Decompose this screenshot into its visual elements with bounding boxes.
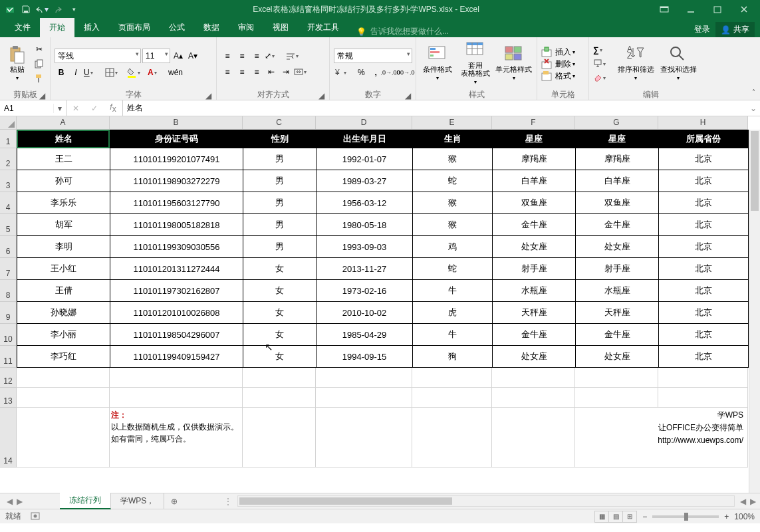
cell[interactable]: 处女座 [576,346,659,368]
cell[interactable]: 性别 [243,130,317,148]
hscroll-left-icon[interactable]: ◀ [740,497,746,506]
cell[interactable] [17,388,110,408]
expand-formula-icon[interactable]: ⌄ [747,100,760,116]
align-center-icon[interactable]: ≡ [235,65,249,78]
row-header[interactable]: 7 [0,258,17,280]
cell[interactable]: 北京 [659,236,749,258]
cancel-formula-icon[interactable]: ✕ [66,104,85,113]
cell[interactable]: 身份证号码 [110,130,243,148]
cell[interactable]: 双鱼座 [576,192,659,214]
cell[interactable]: 110101198005182818 [110,214,243,236]
cell[interactable]: 女 [243,346,317,368]
cell[interactable]: 110101201311272444 [110,258,243,280]
cell[interactable]: 1980-05-18 [317,214,413,236]
cell[interactable]: 双鱼座 [493,192,576,214]
cell[interactable]: 星座 [576,130,659,148]
vertical-scrollbar[interactable] [749,130,760,493]
font-color-button[interactable]: A [148,66,168,79]
font-launcher-icon[interactable]: ◢ [204,92,212,100]
minimize-icon[interactable] [678,0,704,19]
cell[interactable]: 110101199309030556 [110,236,243,258]
row-header[interactable]: 9 [0,302,17,324]
cell[interactable]: 北京 [659,170,749,192]
format-painter-icon[interactable] [33,72,46,85]
row-header[interactable]: 12 [0,368,17,388]
name-box[interactable]: ▾ [0,100,66,116]
percent-format-icon[interactable]: % [355,66,368,79]
increase-indent-icon[interactable]: ⇥ [279,65,293,78]
cell[interactable]: 2013-11-27 [317,258,413,280]
col-header[interactable]: E [412,116,492,130]
cell[interactable] [243,368,316,388]
name-box-input[interactable] [0,104,53,113]
align-right-icon[interactable]: ≡ [250,65,263,78]
tab-nav-next-icon[interactable]: ▶ [17,497,23,506]
cell[interactable]: 1985-04-29 [317,324,413,346]
cell[interactable]: 天秤座 [576,302,659,324]
align-bottom-icon[interactable]: ≡ [250,49,263,63]
cell[interactable]: 北京 [659,280,749,302]
find-select-button[interactable]: 查找和选择▾ [658,41,698,86]
share-button[interactable]: 👤共享 [715,22,755,37]
col-header[interactable]: F [492,116,575,130]
cell[interactable]: 水瓶座 [493,280,576,302]
cell[interactable] [17,368,110,388]
page-break-view-icon[interactable]: ⊞ [622,511,637,523]
cell[interactable]: 生肖 [413,130,493,148]
cell[interactable]: 摩羯座 [576,148,659,170]
col-header[interactable]: A [17,116,110,130]
zoom-level[interactable]: 100% [734,512,755,521]
cell[interactable]: 处女座 [576,236,659,258]
cell[interactable]: 1994-09-15 [317,346,413,368]
cell[interactable] [492,368,575,388]
zoom-out-icon[interactable]: − [642,512,647,521]
cell[interactable]: 猴 [413,192,493,214]
cell[interactable]: 李小丽 [17,324,110,346]
conditional-format-button[interactable]: 条件格式▾ [420,41,455,86]
cell[interactable]: 姓名 [17,130,110,148]
clipboard-launcher-icon[interactable]: ◢ [38,92,46,100]
decrease-indent-icon[interactable]: ⇤ [265,65,278,78]
cell[interactable]: 110101195603127790 [110,192,243,214]
phonetic-button[interactable]: wén [169,66,182,79]
add-sheet-button[interactable]: ⊕ [164,497,184,506]
cell[interactable]: 鸡 [413,236,493,258]
cell[interactable]: 北京 [659,214,749,236]
tab-home[interactable]: 开始 [40,18,74,37]
cell[interactable] [412,388,492,408]
cell[interactable]: 北京 [659,148,749,170]
cell[interactable]: 女 [243,302,317,324]
underline-button[interactable]: U [84,66,104,79]
merge-center-icon[interactable] [294,65,314,78]
cell[interactable]: 猴 [413,214,493,236]
cell[interactable]: 狗 [413,346,493,368]
save-icon[interactable] [19,2,33,17]
name-box-dropdown-icon[interactable]: ▾ [53,104,65,113]
row-header[interactable]: 13 [0,388,17,408]
zoom-in-icon[interactable]: + [724,512,729,521]
wrap-text-icon[interactable] [286,49,306,63]
tell-me-search[interactable]: 💡告诉我您想要做什么... [348,26,694,37]
cell[interactable]: 胡军 [17,214,110,236]
col-header[interactable]: B [110,116,243,130]
cell[interactable]: 110101197302162807 [110,280,243,302]
cell[interactable]: 猴 [413,148,493,170]
accounting-format-icon[interactable]: ¥ [334,66,354,79]
row-header[interactable]: 10 [0,324,17,346]
cell[interactable]: 天秤座 [493,302,576,324]
cell[interactable] [492,388,575,408]
align-middle-icon[interactable]: ≡ [235,49,249,63]
cell[interactable]: 110101199201077491 [110,148,243,170]
col-header[interactable]: C [243,116,316,130]
cell[interactable]: 蛇 [413,170,493,192]
sort-filter-button[interactable]: AZ排序和筛选▾ [616,41,656,86]
cell[interactable] [316,368,412,388]
zoom-handle[interactable] [684,513,688,521]
cell[interactable]: 孙可 [17,170,110,192]
orientation-icon[interactable]: ⤢ [265,49,285,63]
cell[interactable]: 男 [243,192,317,214]
autosum-button[interactable]: ∑ [593,43,613,57]
zoom-slider[interactable] [652,515,719,518]
cell[interactable]: 孙晓娜 [17,302,110,324]
tab-data[interactable]: 数据 [194,18,229,37]
